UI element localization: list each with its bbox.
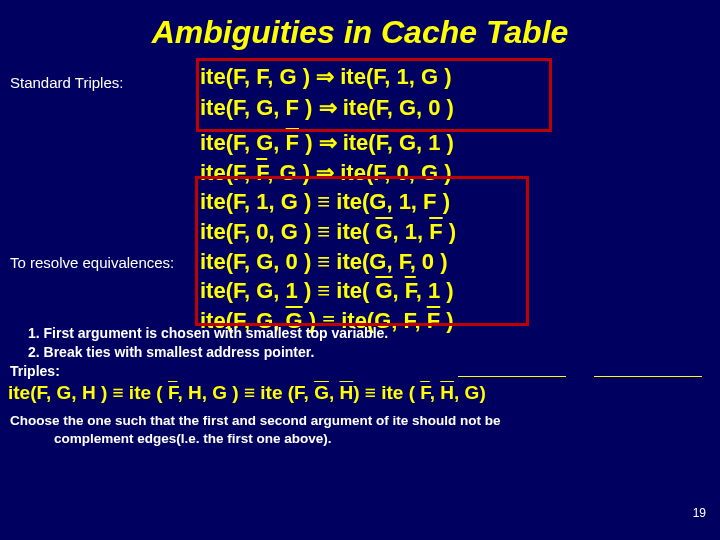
res-line-1: ite(F, G, F ) ⇒ ite(F, G, 1 ) [200, 128, 456, 158]
red-box-top [196, 58, 552, 132]
triples-label: Triples: [10, 362, 60, 381]
page-number: 19 [693, 506, 706, 520]
underline-1 [458, 376, 566, 377]
choose-line-2: complement edges(I.e. the first one abov… [10, 430, 501, 448]
triples-equiv-line: ite(F, G, H ) ≡ ite ( F, H, G ) ≡ ite (F… [8, 382, 486, 404]
slide: Ambiguities in Cache Table Standard Trip… [0, 0, 720, 540]
red-box-bottom [195, 176, 529, 326]
label-resolve: To resolve equivalences: [10, 254, 174, 271]
note-2: 2. Break ties with smallest address poin… [28, 343, 388, 362]
choose-block: Choose the one such that the first and s… [10, 412, 501, 448]
underline-2 [594, 376, 702, 377]
note-1: 1. First argument is chosen with smalles… [28, 324, 388, 343]
slide-title: Ambiguities in Cache Table [0, 0, 720, 51]
label-standard: Standard Triples: [10, 74, 123, 91]
choose-line-1: Choose the one such that the first and s… [10, 412, 501, 430]
notes-block: 1. First argument is chosen with smalles… [28, 324, 388, 362]
